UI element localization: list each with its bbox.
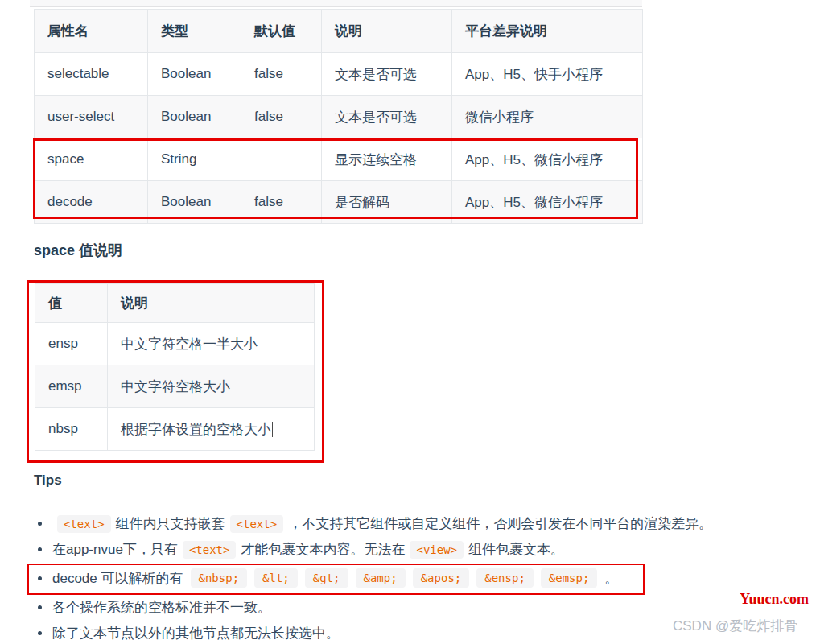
col-header-platform: 平台差异说明 — [452, 10, 643, 53]
table-row-emsp: emsp 中文字符空格大小 — [35, 365, 315, 408]
cell-value: emsp — [35, 365, 108, 408]
cell-default: false — [241, 96, 322, 138]
cell-attr-name: user-select — [35, 96, 148, 138]
col-header-attr-name: 属性名 — [35, 10, 148, 53]
cell-default — [241, 138, 322, 181]
col-header-value: 值 — [35, 284, 108, 323]
text-cursor-artifact — [272, 422, 273, 437]
tip-text: ，不支持其它组件或自定义组件，否则会引发在不同平台的渲染差异。 — [288, 514, 712, 533]
code-tag-view: <view> — [410, 541, 464, 559]
bullet-icon — [38, 522, 42, 526]
cell-attr-name: selectable — [35, 53, 148, 96]
tip-item-decode-entities: decode 可以解析的有 &nbsp; &lt; &gt; &amp; &ap… — [38, 568, 618, 588]
code-entity-amp: &amp; — [356, 568, 406, 588]
tip-text: 组件内只支持嵌套 — [116, 514, 225, 533]
code-tag-text: <text> — [230, 515, 284, 533]
documentation-page: 属性名 类型 默认值 说明 平台差异说明 selectable Boolean … — [0, 0, 816, 644]
code-entity-gt: &gt; — [305, 568, 348, 588]
table-row-user-select: user-select Boolean false 文本是否可选 微信小程序 — [35, 96, 643, 138]
table-row-selectable: selectable Boolean false 文本是否可选 App、H5、快… — [35, 53, 643, 96]
attributes-table: 属性名 类型 默认值 说明 平台差异说明 selectable Boolean … — [34, 9, 643, 224]
cell-type: String — [148, 138, 241, 181]
space-table-header-row: 值 说明 — [35, 284, 315, 323]
code-entity-apos: &apos; — [413, 568, 470, 588]
tip-item-nvue: 在app-nvue下，只有 <text> 才能包裹文本内容。无法在 <view>… — [38, 540, 564, 559]
tip-text: 在app-nvue下，只有 — [52, 540, 178, 559]
bullet-icon — [38, 605, 42, 609]
cell-type: Boolean — [148, 53, 241, 96]
code-tag-text: <text> — [57, 515, 111, 533]
code-entity-ensp: &ensp; — [476, 568, 534, 588]
tip-text: 。 — [604, 569, 618, 588]
col-header-type: 类型 — [148, 10, 241, 53]
tip-item-os-space: 各个操作系统的空格标准并不一致。 — [38, 598, 271, 617]
cell-desc: 文本是否可选 — [322, 53, 452, 96]
tip-text: 才能包裹文本内容。无法在 — [241, 540, 405, 559]
code-entity-lt: &lt; — [254, 568, 298, 588]
col-header-desc: 说明 — [322, 10, 452, 53]
cell-desc: 文本是否可选 — [322, 96, 452, 138]
watermark-yuucn: Yuucn.com — [740, 591, 809, 608]
cell-value-desc: 根据字体设置的空格大小 — [108, 408, 315, 451]
bullet-icon — [38, 547, 42, 551]
code-entity-emsp: &emsp; — [541, 568, 598, 588]
cell-value-desc: 中文字符空格大小 — [108, 365, 315, 408]
attributes-table-header-row: 属性名 类型 默认值 说明 平台差异说明 — [35, 10, 643, 53]
tip-item-longpress: 除了文本节点以外的其他节点都无法长按选中。 — [38, 624, 340, 642]
table-row-decode: decode Boolean false 是否解码 App、H5、微信小程序 — [35, 181, 643, 224]
previous-table-remnant — [30, 0, 642, 7]
cell-default: false — [241, 53, 322, 96]
bullet-icon — [38, 576, 42, 580]
table-row-nbsp: nbsp 根据字体设置的空格大小 — [35, 408, 315, 451]
table-row-ensp: ensp 中文字符空格一半大小 — [35, 323, 315, 365]
cell-attr-name: decode — [35, 181, 148, 224]
cell-value-desc: 中文字符空格一半大小 — [108, 323, 315, 365]
cell-type: Boolean — [148, 96, 241, 138]
cell-value: ensp — [35, 323, 108, 365]
cell-type: Boolean — [148, 181, 241, 224]
tip-text: 组件包裹文本。 — [468, 540, 564, 559]
cell-desc: 显示连续空格 — [322, 138, 452, 181]
col-header-default: 默认值 — [241, 10, 322, 53]
cell-platform: App、H5、快手小程序 — [452, 53, 643, 96]
cell-default: false — [241, 181, 322, 224]
col-header-value-desc: 说明 — [108, 284, 315, 323]
tip-item-nesting: <text> 组件内只支持嵌套 <text> ，不支持其它组件或自定义组件，否则… — [38, 514, 712, 533]
bullet-icon — [38, 631, 42, 635]
code-entity-nbsp: &nbsp; — [191, 568, 248, 588]
cell-desc: 是否解码 — [322, 181, 452, 224]
tip-text: decode 可以解析的有 — [52, 569, 183, 588]
cell-platform: App、H5、微信小程序 — [452, 138, 643, 181]
tip-text: 各个操作系统的空格标准并不一致。 — [52, 598, 271, 617]
cell-platform: App、H5、微信小程序 — [452, 181, 643, 224]
watermark-csdn: CSDN @爱吃炸排骨 — [673, 617, 797, 635]
code-tag-text: <text> — [183, 541, 237, 559]
cell-attr-name: space — [35, 138, 148, 181]
space-values-heading: space 值说明 — [34, 241, 122, 260]
tips-heading: Tips — [34, 473, 62, 489]
tip-text: 除了文本节点以外的其他节点都无法长按选中。 — [52, 624, 340, 642]
cell-platform: 微信小程序 — [452, 96, 643, 138]
table-row-space: space String 显示连续空格 App、H5、微信小程序 — [35, 138, 643, 181]
space-values-table: 值 说明 ensp 中文字符空格一半大小 emsp 中文字符空格大小 nbsp … — [35, 283, 315, 451]
cell-value: nbsp — [35, 408, 108, 451]
